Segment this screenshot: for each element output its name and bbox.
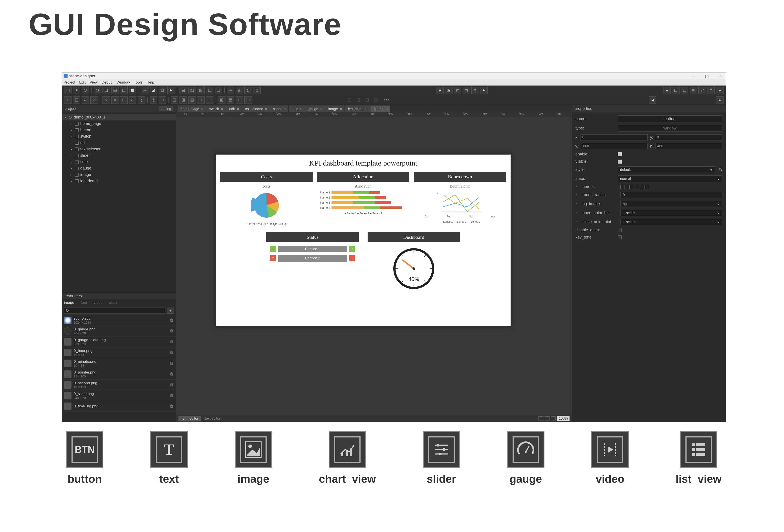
tb-btn-5[interactable] [103,87,110,94]
tab-led_demo[interactable]: led_demo✕ [345,106,370,112]
resource-item[interactable]: 0_gauge_plate.png333 × 236🗑 [62,336,176,347]
tab-time[interactable]: time✕ [289,106,305,112]
res-tab-video[interactable]: video [94,300,103,305]
tab-edit[interactable]: edit✕ [226,106,242,112]
tb2-prev-icon[interactable]: ◀ [649,96,656,104]
tb-btn-15[interactable] [197,87,204,94]
trash-icon[interactable]: 🗑 [170,372,174,376]
kpi-card-costs[interactable]: Costs costs [220,172,313,228]
tab-home_page[interactable]: home_page✕ [177,106,206,112]
widget-text[interactable]: Ttext [150,431,188,485]
tb2-btn-4[interactable] [90,96,98,104]
resource-item[interactable]: 0_hour.png10 × 64🗑 [62,347,176,358]
tb-btn-2[interactable] [73,87,80,94]
tb2-btn-2[interactable] [73,96,80,104]
tb2-btn-d[interactable] [372,96,380,104]
tree-item-switch[interactable]: ▸switch [62,133,176,140]
tab-image[interactable]: image✕ [325,106,345,112]
tree-root[interactable]: ▼ demo_800x480_1 [62,114,176,120]
prop-style-select[interactable]: default∨ [618,167,715,173]
menu-debug[interactable]: Debug [102,80,113,85]
tree-item-home_page[interactable]: ▸home_page [62,120,176,127]
canvas-area[interactable]: KPI dashboard template powerpoint Costs … [176,117,572,415]
expand-icon[interactable]: 〉 [576,185,579,189]
trash-icon[interactable]: 🗑 [170,393,174,398]
res-tab-image[interactable]: image [64,300,74,305]
tb2-settings-icon[interactable] [103,96,110,104]
tb2-btn-1[interactable]: T [64,96,72,104]
tb-overflow-icon[interactable]: ••• [381,97,393,102]
tab-close-icon[interactable]: ✕ [300,107,303,111]
tb2-grid-icon[interactable] [218,96,225,104]
tb-btn-13[interactable] [179,87,187,94]
prop-round-input[interactable]: 0⋯ [620,192,722,198]
tab-close-icon[interactable]: ✕ [221,107,224,111]
tb-btn-3[interactable] [82,87,89,94]
tb-align-vcenter-icon[interactable] [480,87,488,94]
kpi-card-status[interactable]: Status 1Caption 1↑2Caption 2↓ [267,232,359,295]
tb2-btn-c[interactable] [363,96,371,104]
trash-icon[interactable]: 🗑 [170,383,174,387]
tb2-btn-15[interactable] [197,96,204,104]
tb2-btn-17[interactable] [227,96,234,104]
prop-state-select[interactable]: normal∨ [618,175,722,182]
tb-btn-4[interactable]: 02 [94,87,101,94]
tb2-clock-icon[interactable] [150,96,157,104]
tb-btn-9[interactable] [141,87,148,94]
tab-textselector[interactable]: textselector✕ [242,106,270,112]
trash-icon[interactable]: 🗑 [170,361,174,365]
prop-name-value[interactable]: button [618,115,722,122]
tab-close-icon[interactable]: ✕ [365,107,368,111]
tb-btn-11[interactable] [159,87,166,94]
border-swatches[interactable] [620,185,649,189]
tab-close-icon[interactable]: ✕ [265,107,268,111]
tb-align-left-icon[interactable] [454,87,461,94]
tb2-btn-6[interactable] [111,96,119,104]
tb-btn-12[interactable] [167,87,175,94]
tab-slider[interactable]: slider✕ [270,106,288,112]
setting-button[interactable]: setting [159,107,173,111]
text-editor-tab[interactable]: text editor [202,416,223,421]
widget-slider[interactable]: slider [423,431,460,485]
tb-btn-8[interactable] [129,87,136,94]
tb2-btn-18[interactable] [235,96,243,104]
expand-icon[interactable]: 〉 [576,220,579,224]
widget-button[interactable]: BTNbutton [66,431,103,485]
close-button[interactable]: ✕ [717,73,724,79]
tb-btn-10[interactable] [150,87,157,94]
tb-btn-r3[interactable] [690,87,697,94]
prop-disable-checkbox[interactable] [618,228,622,232]
trash-icon[interactable]: 🗑 [170,318,174,323]
prop-x-input[interactable] [580,134,647,141]
tree-item-image[interactable]: ▸image [62,172,176,178]
tree-item-slider[interactable]: ▸slider [62,152,176,159]
expand-icon[interactable]: 〉 [576,193,579,197]
tb2-arc-icon[interactable] [129,96,136,104]
zoom-box-1[interactable] [538,416,543,421]
tb-edit-icon[interactable] [698,87,706,94]
res-tab-audio[interactable]: audio [109,300,118,305]
prop-y-input[interactable] [655,134,722,141]
widget-video[interactable]: video [591,431,629,485]
tb-btn-7[interactable] [120,87,128,94]
menu-tools[interactable]: Tools [134,80,143,85]
tb-btn-18[interactable] [227,87,234,94]
tb-text-icon[interactable]: T [707,87,715,94]
resource-item[interactable]: 0_slider.png249 × 20🗑 [62,390,176,401]
tb-btn-16[interactable] [206,87,214,94]
tb-prev-icon[interactable]: ◀ [663,87,671,94]
zoom-box-2[interactable] [545,416,550,421]
resource-search-input[interactable] [64,307,165,314]
tree-item-gauge[interactable]: ▸gauge [62,165,176,172]
tb-align-bottom-icon[interactable] [445,87,452,94]
tb-lock-icon[interactable] [244,87,252,94]
tab-switch[interactable]: switch✕ [206,106,226,112]
widget-image[interactable]: image [235,431,272,485]
trash-icon[interactable]: 🗑 [170,350,174,355]
resource-item[interactable]: 0_second.png10 × 153🗑 [62,380,176,390]
tb-align-hcenter-icon[interactable] [471,87,479,94]
tab-close-icon[interactable]: ✕ [237,107,239,111]
form-editor-tab[interactable]: form editor [178,416,201,421]
resource-item[interactable]: 0_pointer.png18 × 105🗑 [62,369,176,380]
tb-next-icon[interactable]: ▶ [716,87,724,94]
